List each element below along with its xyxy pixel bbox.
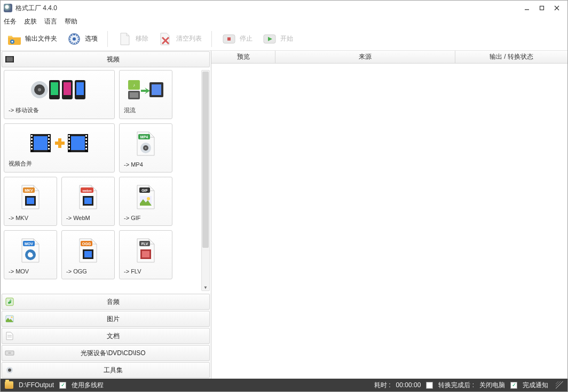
drive-icon xyxy=(2,349,17,357)
tile-gif[interactable]: GIF -> GIF xyxy=(119,177,172,226)
tiles-scrollbar[interactable]: ▲ ▼ xyxy=(201,70,210,291)
category-image-label: 图片 xyxy=(17,315,209,324)
tile-mobile-device[interactable]: -> 移动设备 xyxy=(4,70,115,119)
tile-video-merge[interactable]: 视频合并 xyxy=(4,123,115,173)
svg-rect-52 xyxy=(68,142,70,143)
options-button[interactable]: 选项 xyxy=(65,30,100,48)
audio-icon xyxy=(2,297,17,306)
task-list-header: 预览 来源 输出 / 转换状态 xyxy=(211,51,567,64)
start-label: 开始 xyxy=(280,34,293,43)
svg-rect-59 xyxy=(85,148,87,150)
stop-label: 停止 xyxy=(240,34,253,43)
tools-icon xyxy=(2,366,17,374)
gear-icon xyxy=(67,32,82,46)
mov-icon: MOV xyxy=(9,235,52,266)
play-icon xyxy=(262,32,277,46)
category-video[interactable]: 视频 xyxy=(2,51,210,67)
window-title: 格式工厂 4.4.0 xyxy=(15,4,57,13)
tile-mp4[interactable]: MP4 -> MP4 xyxy=(119,123,172,173)
category-document[interactable]: 文档 xyxy=(2,328,210,344)
tile-mov[interactable]: MOV -> MOV xyxy=(4,230,57,279)
output-folder-button[interactable]: 输出文件夹 xyxy=(5,30,59,48)
mobile-device-icon xyxy=(9,75,110,104)
tile-mux[interactable]: ♪ 混流 xyxy=(119,70,172,119)
svg-text:FLV: FLV xyxy=(141,242,148,246)
svg-rect-38 xyxy=(31,142,33,143)
svg-text:OGG: OGG xyxy=(82,242,91,246)
close-button[interactable] xyxy=(549,3,564,13)
toolbar-separator xyxy=(211,31,212,47)
tile-ogg-label: -> OGG xyxy=(66,266,110,275)
menu-help[interactable]: 帮助 xyxy=(65,17,77,26)
clear-icon xyxy=(158,32,173,46)
maximize-button[interactable] xyxy=(534,3,549,13)
notify-label: 完成通知 xyxy=(523,381,548,390)
merge-icon xyxy=(9,128,110,158)
toolbar: 输出文件夹 选项 移除 清空列表 停止 xyxy=(1,27,567,51)
col-source[interactable]: 来源 xyxy=(275,51,455,63)
status-bar: D:\FFOutput 使用多线程 耗时 : 00:00:00 转换完成后 : … xyxy=(1,379,567,391)
category-audio-label: 音频 xyxy=(17,297,209,307)
remove-label: 移除 xyxy=(136,34,148,43)
svg-text:MKV: MKV xyxy=(25,189,33,192)
svg-text:MOV: MOV xyxy=(25,242,33,246)
webm-icon: webm xyxy=(66,182,110,213)
svg-rect-23 xyxy=(64,82,71,95)
task-list-body xyxy=(211,64,567,379)
stop-button[interactable]: 停止 xyxy=(219,30,255,48)
category-drive[interactable]: 光驱设备\DVD\CD\ISO xyxy=(2,345,210,361)
svg-rect-36 xyxy=(31,135,33,137)
svg-rect-41 xyxy=(48,135,50,137)
svg-rect-21 xyxy=(51,82,58,95)
category-audio[interactable]: 音频 xyxy=(2,294,210,310)
col-preview[interactable]: 预览 xyxy=(211,51,275,63)
col-status[interactable]: 输出 / 转换状态 xyxy=(455,51,567,63)
svg-rect-45 xyxy=(48,148,50,150)
shutdown-checkbox[interactable] xyxy=(426,382,433,389)
mux-icon: ♪ xyxy=(124,75,168,104)
tile-mobile-label: -> 移动设备 xyxy=(9,104,110,114)
category-tools[interactable]: 工具集 xyxy=(2,362,210,378)
multithread-checkbox[interactable] xyxy=(59,382,66,389)
options-label: 选项 xyxy=(85,34,98,43)
clear-list-button[interactable]: 清空列表 xyxy=(156,30,204,48)
tile-flv[interactable]: FLV -> FLV xyxy=(119,230,172,279)
output-folder-label: 输出文件夹 xyxy=(25,34,57,43)
svg-text:webm: webm xyxy=(82,189,91,192)
svg-point-7 xyxy=(73,37,76,41)
menu-skin[interactable]: 皮肤 xyxy=(24,17,37,26)
notify-checkbox[interactable] xyxy=(510,382,517,389)
start-button[interactable]: 开始 xyxy=(260,30,295,48)
elapsed-label: 耗时 : xyxy=(374,381,391,390)
svg-rect-15 xyxy=(5,56,6,62)
output-path[interactable]: D:\FFOutput xyxy=(19,381,54,389)
image-icon xyxy=(2,315,17,323)
svg-rect-39 xyxy=(31,145,33,146)
svg-rect-14 xyxy=(6,57,13,61)
svg-rect-33 xyxy=(33,136,49,150)
tile-mkv[interactable]: MKV -> MKV xyxy=(4,177,57,226)
svg-point-97 xyxy=(8,369,11,372)
menu-task[interactable]: 任务 xyxy=(4,17,17,26)
svg-text:GIF: GIF xyxy=(141,189,148,192)
menu-language[interactable]: 语言 xyxy=(44,17,57,26)
resize-grip[interactable] xyxy=(556,381,563,389)
category-image[interactable]: 图片 xyxy=(2,311,210,327)
svg-rect-43 xyxy=(48,142,50,143)
toolbar-separator xyxy=(107,31,108,47)
svg-rect-56 xyxy=(85,138,87,140)
minimize-button[interactable] xyxy=(519,3,534,13)
svg-rect-50 xyxy=(68,135,70,137)
tile-ogg[interactable]: OGG -> OGG xyxy=(61,230,115,279)
shutdown-label: 关闭电脑 xyxy=(479,381,505,390)
tile-webm[interactable]: webm -> WebM xyxy=(61,177,115,226)
svg-point-64 xyxy=(145,147,147,149)
category-pane: 视频 -> 移动设备 xyxy=(1,51,211,379)
remove-button[interactable]: 移除 xyxy=(115,30,151,48)
svg-rect-68 xyxy=(27,198,34,204)
status-folder-icon[interactable] xyxy=(5,381,13,389)
svg-rect-40 xyxy=(31,148,33,150)
video-icon xyxy=(2,55,17,64)
svg-rect-1 xyxy=(540,6,544,10)
tile-mov-label: -> MOV xyxy=(9,266,52,275)
